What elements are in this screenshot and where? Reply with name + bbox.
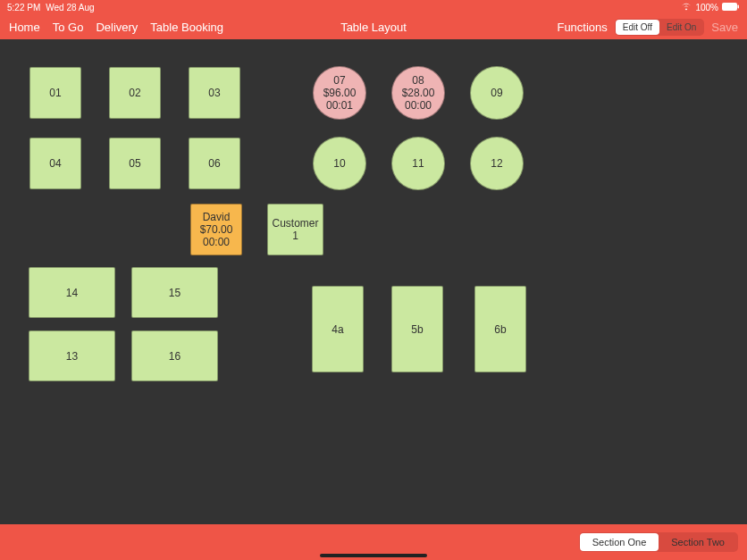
table-label: 10 [333,157,345,170]
table-amount: $96.00 [323,87,357,99]
table-4a[interactable]: 4a [312,286,364,372]
table-label: 05 [129,157,140,170]
table-label: David [203,211,231,223]
table-01[interactable]: 01 [29,67,81,119]
nav-bar: Home To Go Delivery Table Booking Table … [0,14,747,39]
table-08[interactable]: 08$28.0000:00 [391,66,445,120]
table-label: 16 [169,350,180,363]
table-label: 5b [411,323,423,336]
battery-icon [722,3,740,13]
functions-button[interactable]: Functions [557,21,607,34]
table-time: 00:01 [326,99,353,112]
table-label: Customer 1 [268,217,323,242]
save-button[interactable]: Save [711,21,738,34]
nav-right: Functions Edit Off Edit On Save [557,19,738,36]
table-15[interactable]: 15 [131,267,218,318]
table-time: 00:00 [405,99,432,112]
table-10[interactable]: 10 [313,137,366,190]
home-indicator [320,554,427,557]
table-amount: $70.00 [200,223,233,236]
table-label: 14 [66,287,78,299]
section-segment: Section One Section Two [579,532,738,552]
table-label: 09 [491,87,502,99]
table-time: 00:00 [203,236,230,248]
table-layout-canvas[interactable]: 01020304050607$96.0000:0108$28.0000:0009… [0,39,747,524]
table-label: 06 [208,157,220,170]
table-label: 03 [208,87,220,99]
table-09[interactable]: 09 [470,66,524,120]
wifi-icon [681,3,692,13]
table-label: 12 [491,157,502,170]
table-06[interactable]: 06 [189,138,240,189]
table-label: 07 [333,74,345,87]
nav-table-booking[interactable]: Table Booking [150,21,223,34]
page-title: Table Layout [340,21,407,34]
table-12[interactable]: 12 [470,137,524,190]
section-one-tab[interactable]: Section One [580,533,659,551]
svg-rect-0 [722,3,737,11]
status-date: Wed 28 Aug [46,3,94,13]
status-time: 5:22 PM [7,3,40,13]
edit-off-button[interactable]: Edit Off [616,20,659,35]
table-03[interactable]: 03 [189,67,240,119]
battery-percent: 100% [695,3,718,13]
table-14[interactable]: 14 [29,267,115,318]
status-bar: 5:22 PM Wed 28 Aug 100% [0,0,747,14]
table-label: 04 [49,157,61,170]
table-label: 11 [412,157,424,170]
table-label: 13 [66,350,78,363]
table-13[interactable]: 13 [29,330,115,381]
table-label: 15 [169,287,180,299]
bottom-bar: Section One Section Two [0,524,747,560]
nav-togo[interactable]: To Go [53,21,84,34]
table-02[interactable]: 02 [109,67,161,119]
section-two-tab[interactable]: Section Two [659,533,737,551]
edit-mode-segment: Edit Off Edit On [615,19,705,36]
table-5b[interactable]: 5b [391,286,443,372]
nav-left: Home To Go Delivery Table Booking [9,21,223,34]
table-label: 02 [129,87,140,99]
table-07[interactable]: 07$96.0000:01 [313,66,366,120]
svg-rect-1 [738,4,740,8]
edit-on-button[interactable]: Edit On [659,20,703,35]
table-04[interactable]: 04 [29,138,81,189]
table-11[interactable]: 11 [391,137,445,190]
table-label: 6b [494,323,506,336]
nav-delivery[interactable]: Delivery [96,21,138,34]
table-16[interactable]: 16 [131,330,218,381]
table-6b[interactable]: 6b [474,286,526,372]
nav-home[interactable]: Home [9,21,40,34]
table-customer-1[interactable]: Customer 1 [267,204,323,255]
table-label: 01 [49,87,61,99]
table-label: 4a [332,323,343,336]
table-05[interactable]: 05 [109,138,161,189]
table-label: 08 [412,74,424,87]
table-david[interactable]: David$70.0000:00 [190,204,242,255]
table-amount: $28.00 [402,87,435,99]
